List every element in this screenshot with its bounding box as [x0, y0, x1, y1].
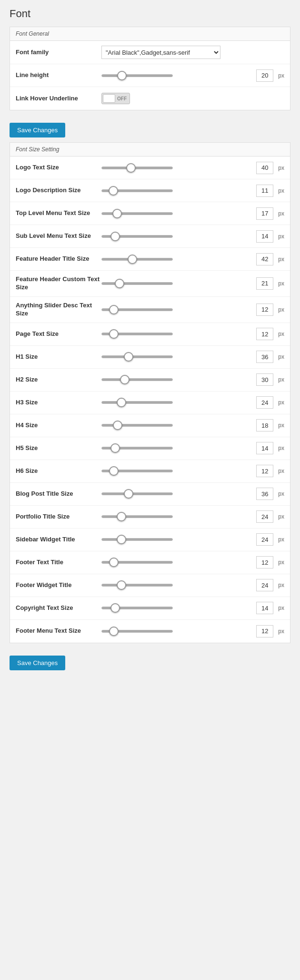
slider-wrap-9: [101, 378, 252, 381]
font-size-label-20: Footer Menu Text Size: [16, 627, 101, 635]
font-size-unit-17: px: [278, 559, 284, 566]
slider-wrap-6: [101, 308, 252, 311]
font-size-slider-0[interactable]: [101, 167, 173, 169]
font-size-value-0[interactable]: [256, 162, 273, 174]
slider-wrap-7: [101, 333, 252, 335]
font-size-label-9: H2 Size: [16, 376, 101, 384]
font-size-value-14[interactable]: [256, 488, 273, 500]
font-size-control-7: px: [101, 328, 284, 340]
font-size-unit-2: px: [278, 210, 284, 217]
slider-wrap-18: [101, 584, 252, 587]
font-size-label-8: H1 Size: [16, 353, 101, 361]
slider-wrap-10: [101, 401, 252, 404]
font-size-value-3[interactable]: [256, 230, 273, 243]
font-size-value-2[interactable]: [256, 207, 273, 220]
font-size-slider-7[interactable]: [101, 333, 173, 335]
link-hover-control: OFF: [101, 93, 284, 104]
font-size-label-4: Feature Header Title Size: [16, 255, 101, 263]
font-size-label-15: Portfolio Title Size: [16, 513, 101, 521]
font-size-slider-13[interactable]: [101, 470, 173, 472]
font-size-label-2: Top Level Menu Text Size: [16, 209, 101, 217]
font-size-control-20: px: [101, 625, 284, 637]
slider-wrap-8: [101, 355, 252, 358]
font-size-unit-15: px: [278, 513, 284, 520]
line-height-slider[interactable]: [101, 74, 173, 77]
font-size-value-7[interactable]: [256, 328, 273, 340]
font-size-slider-20[interactable]: [101, 630, 173, 633]
font-size-label-13: H6 Size: [16, 467, 101, 475]
font-size-slider-19[interactable]: [101, 607, 173, 609]
font-size-value-18[interactable]: [256, 579, 273, 591]
font-size-slider-3[interactable]: [101, 235, 173, 238]
line-height-value[interactable]: [256, 69, 273, 82]
font-size-slider-14[interactable]: [101, 492, 173, 495]
toggle-knob: [103, 94, 115, 103]
font-size-control-3: px: [101, 230, 284, 243]
font-size-value-6[interactable]: [256, 304, 273, 316]
slider-wrap-2: [101, 212, 252, 215]
font-size-row: Page Text Size px: [10, 323, 290, 346]
font-size-value-1[interactable]: [256, 185, 273, 197]
page-wrap: Font Font General Font family "Arial Bla…: [0, 0, 300, 683]
font-size-slider-4[interactable]: [101, 258, 173, 261]
slider-wrap-17: [101, 561, 252, 564]
font-size-value-11[interactable]: [256, 419, 273, 431]
font-size-label-0: Logo Text Size: [16, 164, 101, 172]
font-size-value-8[interactable]: [256, 351, 273, 363]
font-size-row: Footer Text Title px: [10, 551, 290, 574]
font-size-slider-6[interactable]: [101, 308, 173, 311]
slider-wrap-5: [101, 282, 252, 285]
font-size-unit-9: px: [278, 376, 284, 383]
link-hover-toggle[interactable]: OFF: [101, 93, 130, 104]
font-size-control-17: px: [101, 556, 284, 568]
font-size-value-5[interactable]: [256, 277, 273, 290]
font-size-value-12[interactable]: [256, 442, 273, 454]
font-size-slider-2[interactable]: [101, 212, 173, 215]
font-size-slider-17[interactable]: [101, 561, 173, 564]
save-changes-button-top[interactable]: Save Changes: [10, 123, 65, 137]
font-size-slider-5[interactable]: [101, 282, 173, 285]
font-general-section: Font General Font family "Arial Black",G…: [10, 27, 290, 110]
font-size-slider-12[interactable]: [101, 447, 173, 450]
font-size-slider-10[interactable]: [101, 401, 173, 404]
font-size-value-17[interactable]: [256, 556, 273, 568]
save-changes-button-bottom[interactable]: Save Changes: [10, 656, 65, 670]
slider-wrap-20: [101, 630, 252, 633]
font-size-slider-9[interactable]: [101, 378, 173, 381]
font-size-slider-18[interactable]: [101, 584, 173, 587]
font-size-unit-10: px: [278, 399, 284, 406]
font-size-value-9[interactable]: [256, 373, 273, 386]
font-family-select[interactable]: "Arial Black",Gadget,sans-serif Arial,sa…: [101, 46, 220, 59]
font-size-value-16[interactable]: [256, 533, 273, 546]
font-size-value-20[interactable]: [256, 625, 273, 637]
font-size-unit-3: px: [278, 233, 284, 240]
font-size-row: H2 Size px: [10, 369, 290, 392]
slider-wrap-4: [101, 258, 252, 261]
font-size-slider-11[interactable]: [101, 424, 173, 427]
font-size-value-15[interactable]: [256, 510, 273, 523]
font-size-label-11: H4 Size: [16, 421, 101, 430]
font-size-control-9: px: [101, 373, 284, 386]
font-size-row: H4 Size px: [10, 414, 290, 437]
font-size-unit-19: px: [278, 605, 284, 611]
font-size-value-4[interactable]: [256, 253, 273, 265]
font-size-slider-8[interactable]: [101, 355, 173, 358]
font-size-control-1: px: [101, 185, 284, 197]
page-title: Font: [10, 8, 290, 20]
font-size-slider-1[interactable]: [101, 189, 173, 192]
font-size-value-10[interactable]: [256, 396, 273, 409]
font-size-label-3: Sub Level Menu Text Size: [16, 232, 101, 240]
font-size-label-7: Page Text Size: [16, 330, 101, 338]
font-size-value-13[interactable]: [256, 465, 273, 477]
font-size-value-19[interactable]: [256, 602, 273, 614]
font-size-slider-16[interactable]: [101, 538, 173, 541]
font-size-control-8: px: [101, 351, 284, 363]
link-hover-label: Link Hover Underline: [16, 95, 101, 103]
font-size-row: Portfolio Title Size px: [10, 506, 290, 529]
font-size-unit-1: px: [278, 187, 284, 194]
font-size-slider-15[interactable]: [101, 515, 173, 518]
font-size-control-11: px: [101, 419, 284, 431]
font-family-row: Font family "Arial Black",Gadget,sans-se…: [10, 41, 290, 64]
font-size-row: Feature Header Title Size px: [10, 248, 290, 271]
slider-wrap-16: [101, 538, 252, 541]
